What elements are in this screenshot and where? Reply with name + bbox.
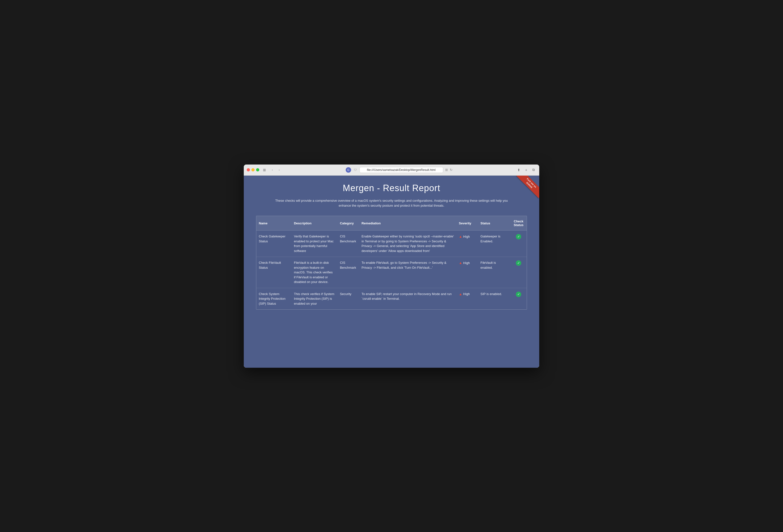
row1-remediation: Enable Gatekeeper either by running 'sud… bbox=[359, 230, 456, 257]
fork-ribbon[interactable]: Fork me on GitHub bbox=[514, 176, 539, 200]
page-description: These checks will provide a comprehensiv… bbox=[273, 198, 510, 209]
table-row: Check Gatekeeper Status Verify that Gate… bbox=[256, 230, 527, 257]
row2-remediation: To enable FileVault, go to System Prefer… bbox=[359, 257, 456, 288]
page-title: Mergen - Result Report bbox=[249, 183, 534, 193]
col-header-category: Category bbox=[337, 216, 359, 230]
row2-check-status: ✓ bbox=[510, 257, 527, 288]
severity-value: High bbox=[463, 292, 470, 296]
new-tab-icon[interactable]: + bbox=[524, 167, 529, 173]
severity-value: High bbox=[463, 234, 470, 239]
table-row: Check System Integrity Protection (SIP) … bbox=[256, 288, 527, 309]
page-header: Mergen - Result Report These checks will… bbox=[244, 176, 539, 214]
col-header-check-status: Check Status bbox=[510, 216, 527, 230]
row2-description: FileVault is a built-in disk encryption … bbox=[291, 257, 338, 288]
row1-name: Check Gatekeeper Status bbox=[256, 230, 291, 257]
reload-icon[interactable]: ↻ bbox=[450, 168, 452, 172]
severity-value: High bbox=[463, 260, 470, 265]
row1-description: Verify that Gatekeeper is enabled to pro… bbox=[291, 230, 338, 257]
severity-arrow-icon: ▲ bbox=[459, 234, 462, 239]
shield-icon: 🛡 bbox=[353, 168, 357, 172]
traffic-lights bbox=[247, 168, 259, 171]
col-header-remediation: Remediation bbox=[359, 216, 456, 230]
col-header-severity: Severity bbox=[457, 216, 478, 230]
row1-status: Gatekeeper is Enabled. bbox=[478, 230, 510, 257]
close-button[interactable] bbox=[247, 168, 250, 171]
pass-icon: ✓ bbox=[516, 234, 521, 240]
row3-remediation: To enable SIP, restart your computer in … bbox=[359, 288, 456, 309]
back-button[interactable]: ‹ bbox=[270, 167, 275, 173]
page-content: Fork me on GitHub Mergen - Result Report… bbox=[244, 176, 539, 368]
browser-chrome: ⊞ ‹ › G 🛡 file:///Users/sametsazak/Deskt… bbox=[244, 164, 539, 176]
severity-badge: ▲ High bbox=[459, 234, 476, 239]
row1-severity: ▲ High bbox=[457, 230, 478, 257]
row3-status: SIP is enabled. bbox=[478, 288, 510, 309]
row1-category: CIS Benchmark bbox=[337, 230, 359, 257]
row2-category: CIS Benchmark bbox=[337, 257, 359, 288]
row3-name: Check System Integrity Protection (SIP) … bbox=[256, 288, 291, 309]
address-bar-wrapper: G 🛡 file:///Users/sametsazak/Desktop/Mer… bbox=[284, 167, 513, 173]
col-header-name: Name bbox=[256, 216, 291, 230]
minimize-button[interactable] bbox=[251, 168, 255, 171]
pass-icon: ✓ bbox=[516, 292, 521, 297]
row3-check-status: ✓ bbox=[510, 288, 527, 309]
row2-severity: ▲ High bbox=[457, 257, 478, 288]
browser-icon: G bbox=[346, 167, 351, 173]
severity-arrow-icon: ▲ bbox=[459, 260, 462, 265]
results-table: Name Description Category Remediation Se… bbox=[256, 216, 527, 309]
pass-icon: ✓ bbox=[516, 260, 521, 266]
row2-status: FileVault is enabled. bbox=[478, 257, 510, 288]
address-bar[interactable]: file:///Users/sametsazak/Desktop/MergenR… bbox=[359, 167, 443, 173]
browser-window: ⊞ ‹ › G 🛡 file:///Users/sametsazak/Deskt… bbox=[244, 164, 539, 368]
severity-arrow-icon: ▲ bbox=[459, 292, 462, 297]
table-header-row: Name Description Category Remediation Se… bbox=[256, 216, 527, 230]
row3-severity: ▲ High bbox=[457, 288, 478, 309]
share-icon[interactable]: ⬆ bbox=[516, 167, 522, 173]
col-header-status: Status bbox=[478, 216, 510, 230]
tabs-overview-icon[interactable]: ⧉ bbox=[531, 167, 536, 173]
col-header-description: Description bbox=[291, 216, 338, 230]
row2-name: Check FileVault Status bbox=[256, 257, 291, 288]
table-row: Check FileVault Status FileVault is a bu… bbox=[256, 257, 527, 288]
browser-nav: ‹ › bbox=[270, 167, 282, 173]
results-table-wrapper: Name Description Category Remediation Se… bbox=[256, 216, 527, 310]
forward-button[interactable]: › bbox=[277, 167, 282, 173]
maximize-button[interactable] bbox=[256, 168, 259, 171]
row3-category: Security bbox=[337, 288, 359, 309]
row3-description: This check verifies if System Integrity … bbox=[291, 288, 338, 309]
fork-ribbon-label: Fork me on GitHub bbox=[516, 176, 539, 198]
browser-actions: ⬆ + ⧉ bbox=[516, 167, 536, 173]
reader-icon[interactable]: ⊞ bbox=[445, 168, 448, 172]
severity-badge: ▲ High bbox=[459, 260, 476, 265]
row1-check-status: ✓ bbox=[510, 230, 527, 257]
sidebar-toggle-icon[interactable]: ⊞ bbox=[262, 167, 267, 173]
severity-badge: ▲ High bbox=[459, 292, 476, 297]
